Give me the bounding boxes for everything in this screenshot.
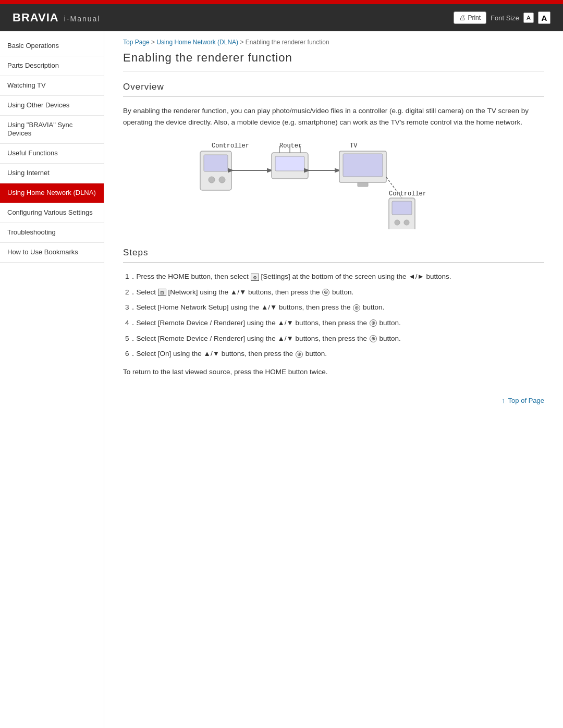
font-size-large-button[interactable]: A [538,11,550,24]
top-of-page-link[interactable]: ↑ Top of Page [501,397,544,404]
font-size-small-button[interactable]: A [523,13,534,23]
sidebar-item-basic-operations[interactable]: Basic Operations [0,36,104,56]
svg-rect-17 [358,182,368,187]
diagram-area: Controller Router [123,138,544,232]
diagram-controller1-label: Controller [212,142,249,150]
print-label: Print [468,14,481,21]
svg-text:TV: TV [350,142,358,150]
breadcrumb-sep1: > [151,39,156,46]
top-of-page-label: Top of Page [508,397,544,404]
svg-rect-1 [204,155,228,171]
step-5: 5．Select [Remote Device / Renderer] usin… [123,333,544,344]
svg-text:Router: Router [279,142,302,150]
step-1: 1．Press the HOME button, then select ⚙ [… [123,271,544,282]
sidebar-item-useful-functions[interactable]: Useful Functions [0,144,104,164]
header-controls: 🖨 Print Font Size A A [454,11,550,24]
return-note: To return to the last viewed source, pre… [123,368,544,376]
overview-text: By enabling the renderer function, you c… [123,105,544,128]
svg-point-2 [209,177,215,183]
sidebar-item-using-other-devices[interactable]: Using Other Devices [0,96,104,116]
step-4: 4．Select [Remote Device / Renderer] usin… [123,317,544,329]
steps-heading: Steps [123,248,544,263]
step-6: 6．Select [On] using the ▲/▼ buttons, the… [123,348,544,360]
svg-point-21 [395,220,400,225]
content-footer: ↑ Top of Page [123,391,544,404]
sidebar-item-watching-tv[interactable]: Watching TV [0,76,104,96]
sidebar-item-configuring-various[interactable]: Configuring Various Settings [0,203,104,223]
sidebar-item-bravia-sync[interactable]: Using "BRAVIA" Sync Devices [0,116,104,144]
breadcrumb: Top Page > Using Home Network (DLNA) > E… [123,31,544,51]
bravia-logo: BRAVIA [13,11,59,24]
sidebar-item-parts-description[interactable]: Parts Description [0,56,104,76]
font-size-label: Font Size [491,14,519,22]
svg-text:Controller: Controller [389,190,426,198]
breadcrumb-sep2: > [240,39,245,46]
svg-rect-20 [392,201,412,215]
step-3: 3．Select [Home Network Setup] using the … [123,302,544,313]
breadcrumb-current: Enabling the renderer function [246,39,329,46]
header: BRAVIA i-Manual 🖨 Print Font Size A A [0,4,563,31]
content-area: Top Page > Using Home Network (DLNA) > E… [104,31,563,728]
svg-point-3 [219,177,225,183]
breadcrumb-using-home-network[interactable]: Using Home Network (DLNA) [156,39,238,46]
sidebar-item-bookmarks[interactable]: How to Use Bookmarks [0,243,104,263]
sidebar-item-using-home-network[interactable]: Using Home Network (DLNA) [0,183,104,203]
step-2: 2．Select ⊞ [Network] using the ▲/▼ butto… [123,287,544,298]
sidebar-item-troubleshooting[interactable]: Troubleshooting [0,223,104,243]
up-arrow-icon: ↑ [501,397,505,404]
sidebar: Basic Operations Parts Description Watch… [0,31,104,728]
svg-rect-16 [343,154,383,177]
sidebar-item-using-internet[interactable]: Using Internet [0,164,104,183]
print-icon: 🖨 [459,14,466,21]
imanual-label: i-Manual [64,15,101,23]
breadcrumb-top-page[interactable]: Top Page [123,39,150,46]
header-logo: BRAVIA i-Manual [13,11,100,24]
page-title: Enabling the renderer function [123,51,544,71]
main-layout: Basic Operations Parts Description Watch… [0,31,563,728]
steps-list: 1．Press the HOME button, then select ⚙ [… [123,271,544,360]
svg-point-22 [404,220,409,225]
top-red-bar [0,0,563,4]
svg-rect-8 [275,156,304,171]
overview-heading: Overview [123,82,544,97]
print-button[interactable]: 🖨 Print [454,11,486,24]
